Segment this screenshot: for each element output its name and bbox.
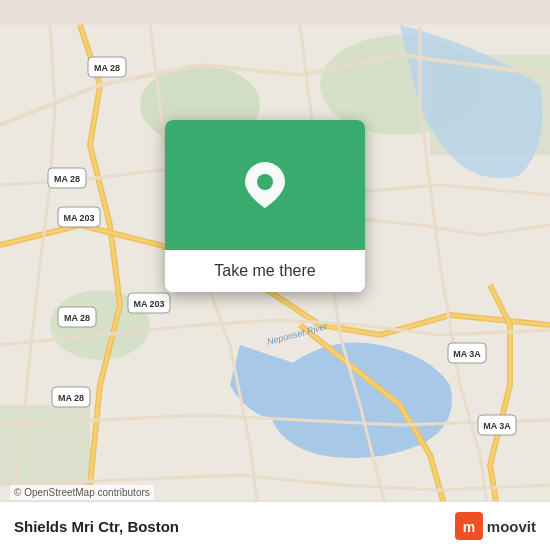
map-container: Neponset River MA 28 MA 28 MA 203 MA 28 …: [0, 0, 550, 550]
location-name: Shields Mri Ctr, Boston: [14, 518, 179, 535]
location-card: Take me there: [165, 120, 365, 292]
take-me-there-button[interactable]: Take me there: [181, 262, 349, 280]
moovit-icon: m: [455, 512, 483, 540]
card-map-area: [165, 120, 365, 250]
svg-text:MA 28: MA 28: [64, 313, 90, 323]
location-pin: [243, 163, 287, 207]
moovit-label: moovit: [487, 518, 536, 535]
svg-text:MA 28: MA 28: [94, 63, 120, 73]
card-action: Take me there: [165, 250, 365, 292]
attribution: © OpenStreetMap contributors: [10, 485, 154, 500]
svg-text:MA 203: MA 203: [133, 299, 164, 309]
location-info: Shields Mri Ctr, Boston: [14, 518, 179, 535]
bottom-bar: Shields Mri Ctr, Boston m moovit: [0, 501, 550, 550]
svg-text:MA 3A: MA 3A: [483, 421, 511, 431]
svg-text:MA 3A: MA 3A: [453, 349, 481, 359]
svg-text:MA 28: MA 28: [58, 393, 84, 403]
svg-text:MA 203: MA 203: [63, 213, 94, 223]
svg-rect-5: [0, 405, 90, 485]
svg-text:m: m: [463, 519, 475, 535]
svg-text:MA 28: MA 28: [54, 174, 80, 184]
svg-point-23: [257, 174, 273, 190]
moovit-logo: m moovit: [455, 512, 536, 540]
